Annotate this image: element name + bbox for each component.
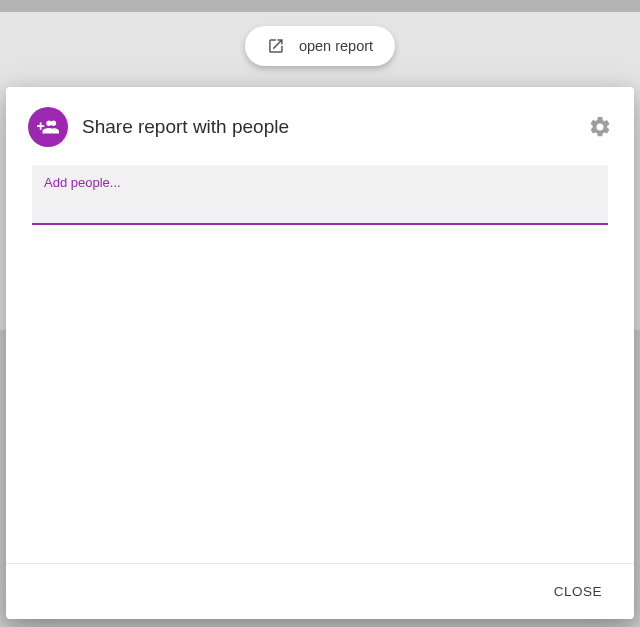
open-report-button[interactable]: open report — [245, 26, 395, 66]
open-report-label: open report — [299, 38, 373, 54]
add-people-input[interactable] — [44, 196, 596, 223]
dialog-body — [6, 225, 634, 563]
dialog-title: Share report with people — [82, 116, 588, 138]
dialog-header: Share report with people — [6, 87, 634, 159]
group-add-icon — [28, 107, 68, 147]
gear-icon[interactable] — [588, 115, 612, 139]
add-people-field[interactable]: Add people... — [32, 165, 608, 225]
add-people-label: Add people... — [44, 175, 596, 190]
open-in-new-icon — [267, 37, 285, 55]
dialog-footer: CLOSE — [6, 563, 634, 619]
close-button[interactable]: CLOSE — [542, 576, 614, 607]
share-dialog: Share report with people Add people... C… — [6, 87, 634, 619]
